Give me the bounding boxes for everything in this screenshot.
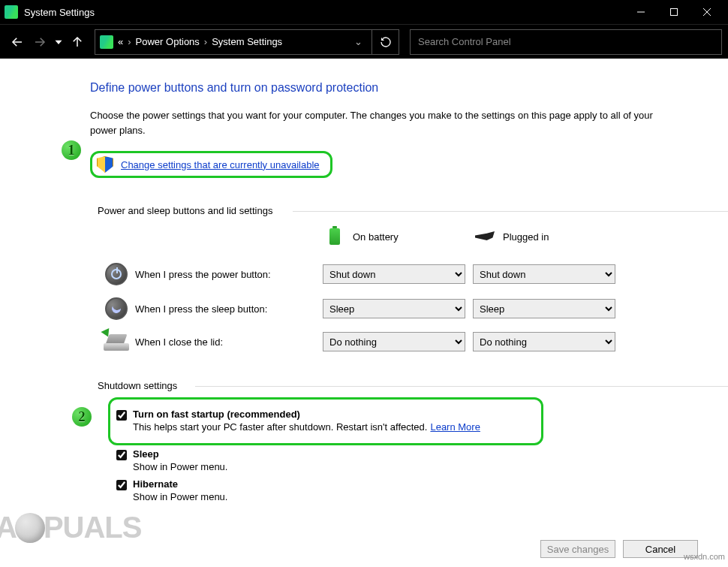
- row-power-button: When I press the power button: Shut down…: [98, 257, 638, 291]
- power-plugged-select[interactable]: Shut down: [473, 264, 615, 284]
- refresh-button[interactable]: [372, 29, 399, 55]
- search-input[interactable]: Search Control Panel: [410, 29, 722, 55]
- hibernate-option-desc: Show in Power menu.: [133, 491, 227, 502]
- fast-startup-title: Turn on fast startup (recommended): [133, 409, 480, 420]
- maximize-button[interactable]: [657, 0, 690, 24]
- row-label: When I press the sleep button:: [135, 303, 323, 315]
- section-title: Shutdown settings: [98, 380, 728, 391]
- row-label: When I press the power button:: [135, 269, 323, 280]
- appuals-watermark: APUALS: [0, 511, 141, 544]
- lid-plugged-select[interactable]: Do nothing: [473, 332, 615, 351]
- hibernate-option-title: Hibernate: [133, 478, 227, 490]
- change-settings-link-wrap: Change settings that are currently unava…: [90, 151, 332, 178]
- chevron-down-icon[interactable]: ⌄: [354, 36, 362, 47]
- svg-marker-6: [56, 40, 62, 44]
- breadcrumb-item[interactable]: Power Options: [136, 36, 200, 47]
- path-icon: [100, 35, 113, 49]
- breadcrumb[interactable]: « › Power Options › System Settings ⌄: [95, 29, 372, 55]
- nav-back-button[interactable]: [6, 31, 29, 53]
- sleep-option-desc: Show in Power menu.: [133, 461, 227, 472]
- shield-icon: [97, 156, 113, 173]
- lid-icon: [104, 333, 129, 351]
- sleep-button-icon: [105, 297, 128, 320]
- section-title: Power and sleep buttons and lid settings: [98, 205, 728, 216]
- sleep-option-title: Sleep: [133, 448, 227, 460]
- fast-startup-checkbox[interactable]: [116, 410, 127, 421]
- page-description: Choose the power settings that you want …: [90, 108, 660, 137]
- column-label: Plugged in: [503, 231, 549, 243]
- row-label: When I close the lid:: [135, 336, 323, 348]
- minimize-button[interactable]: [624, 0, 657, 24]
- fast-startup-desc: This helps start your PC faster after sh…: [133, 421, 480, 433]
- learn-more-link[interactable]: Learn More: [430, 421, 480, 433]
- sleep-plugged-select[interactable]: Sleep: [473, 299, 615, 318]
- fast-startup-highlight: Turn on fast startup (recommended) This …: [108, 397, 543, 445]
- chevron-right-icon: ›: [204, 36, 207, 47]
- sleep-menu-checkbox[interactable]: [116, 450, 127, 460]
- row-sleep-button: When I press the sleep button: Sleep Sle…: [98, 291, 638, 326]
- breadcrumb-lead: «: [118, 36, 123, 47]
- globe-icon: [15, 513, 45, 543]
- column-on-battery: On battery: [323, 222, 473, 257]
- close-button[interactable]: [690, 0, 723, 24]
- power-battery-select[interactable]: Shut down: [323, 264, 465, 284]
- annotation-callout-2: 2: [72, 407, 92, 427]
- nav-forward-button[interactable]: [29, 31, 51, 53]
- nav-up-button[interactable]: [66, 31, 89, 53]
- plug-icon: [475, 231, 495, 242]
- save-changes-button: Save changes: [540, 540, 615, 558]
- change-settings-link[interactable]: Change settings that are currently unava…: [121, 159, 320, 170]
- hibernate-menu-checkbox[interactable]: [116, 480, 127, 490]
- annotation-callout-1: 1: [62, 140, 81, 160]
- row-close-lid: When I close the lid: Do nothing Do noth…: [98, 326, 638, 357]
- app-icon: [5, 5, 18, 19]
- breadcrumb-item[interactable]: System Settings: [212, 36, 282, 47]
- navbar: « › Power Options › System Settings ⌄ Se…: [0, 24, 728, 59]
- column-plugged-in: Plugged in: [473, 222, 623, 257]
- power-button-icon: [105, 263, 128, 285]
- page-heading: Define power buttons and turn on passwor…: [90, 81, 728, 95]
- window-title: System Settings: [24, 7, 95, 18]
- sleep-battery-select[interactable]: Sleep: [323, 299, 465, 318]
- column-label: On battery: [353, 231, 399, 243]
- battery-icon: [329, 228, 340, 245]
- source-credit: wsxdn.com: [684, 552, 725, 561]
- chevron-right-icon: ›: [128, 36, 131, 47]
- lid-battery-select[interactable]: Do nothing: [323, 332, 465, 351]
- recent-locations-dropdown[interactable]: [51, 31, 66, 53]
- titlebar: System Settings: [0, 0, 728, 24]
- svg-rect-1: [671, 9, 678, 16]
- search-placeholder: Search Control Panel: [418, 36, 511, 47]
